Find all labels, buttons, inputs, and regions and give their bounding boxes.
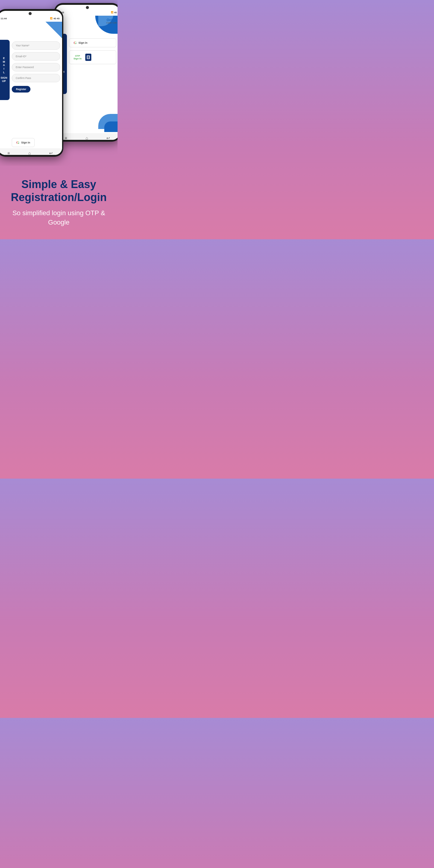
- register-button[interactable]: Register: [12, 86, 30, 93]
- back-nav-home-icon[interactable]: ⌂: [86, 135, 88, 140]
- email-field[interactable]: Email-ID*: [12, 52, 60, 61]
- phone-front-screen: 11:44 📶 4G 4G E M A I L SI: [0, 11, 62, 155]
- front-status-bar: 11:44 📶 4G 4G: [0, 15, 62, 22]
- svg-rect-4: [87, 58, 89, 59]
- back-status-icons: 📶 4G: [111, 11, 117, 13]
- back-phone-camera: [86, 6, 89, 9]
- main-heading: Simple & Easy Registration/Login: [7, 178, 110, 204]
- back-google-g-icon: G: [73, 40, 76, 45]
- phone-front: 11:44 📶 4G 4G E M A I L SI: [0, 9, 63, 157]
- front-tab-label: E M A I L SIGN UP: [1, 57, 7, 83]
- back-screen-content: Online Cyber Cafe E M A I L SIGN IN: [56, 16, 118, 140]
- front-nav-back-icon[interactable]: ↩: [49, 151, 53, 155]
- front-google-signin-button[interactable]: G Sign in: [12, 138, 35, 147]
- svg-rect-3: [87, 57, 89, 58]
- front-status-time: 11:44: [1, 17, 7, 20]
- back-bottom-nav: ≡ ⌂ ↩: [56, 133, 118, 140]
- confirm-pass-field[interactable]: Confirm Pass: [12, 74, 60, 82]
- bottom-text-section: Simple & Easy Registration/Login So simp…: [0, 166, 118, 239]
- front-google-area: G Sign in: [12, 138, 60, 147]
- back-otp-text: OTP Sign In: [73, 55, 82, 60]
- back-nav-menu-icon[interactable]: ≡: [65, 135, 67, 140]
- password-field[interactable]: Enter Password: [12, 63, 60, 71]
- front-status-icons: 📶 4G 4G: [50, 17, 60, 20]
- front-email-signup-tab[interactable]: E M A I L SIGN UP: [0, 40, 10, 100]
- back-app-logo: Online Cyber Cafe: [106, 18, 117, 24]
- svg-rect-2: [87, 56, 89, 57]
- sim-card-icon: [84, 53, 93, 61]
- back-nav-back-icon[interactable]: ↩: [106, 135, 110, 140]
- phone-back: 11:43 📶 4G Online Cyber Cafe: [54, 3, 118, 142]
- front-phone-camera: [29, 12, 32, 15]
- login-content: G Sign in OTP Sign In: [69, 38, 116, 64]
- front-nav-home-icon[interactable]: ⌂: [28, 151, 31, 155]
- back-blue-shape-bottom: [98, 114, 118, 129]
- front-screen-content: E M A I L SIGN UP Your Name* Ema: [0, 22, 62, 155]
- front-nav-menu-icon[interactable]: ≡: [7, 151, 10, 155]
- back-status-bar: 11:43 📶 4G: [56, 9, 118, 16]
- phone-back-screen: 11:43 📶 4G Online Cyber Cafe: [56, 5, 118, 140]
- front-bottom-nav: ≡ ⌂ ↩: [0, 148, 62, 155]
- sub-heading: So simplified login using OTP & Google: [7, 209, 110, 227]
- front-blue-shape-corner: [45, 22, 62, 38]
- name-field[interactable]: Your Name*: [12, 41, 60, 50]
- phones-section: 11:43 📶 4G Online Cyber Cafe: [0, 0, 118, 166]
- back-otp-signin-button[interactable]: OTP Sign In: [69, 50, 116, 64]
- back-google-signin-button[interactable]: G Sign in: [69, 38, 116, 47]
- signup-form: Your Name* Email-ID* Enter Password Conf…: [12, 41, 60, 93]
- front-google-g-icon: G: [16, 140, 19, 145]
